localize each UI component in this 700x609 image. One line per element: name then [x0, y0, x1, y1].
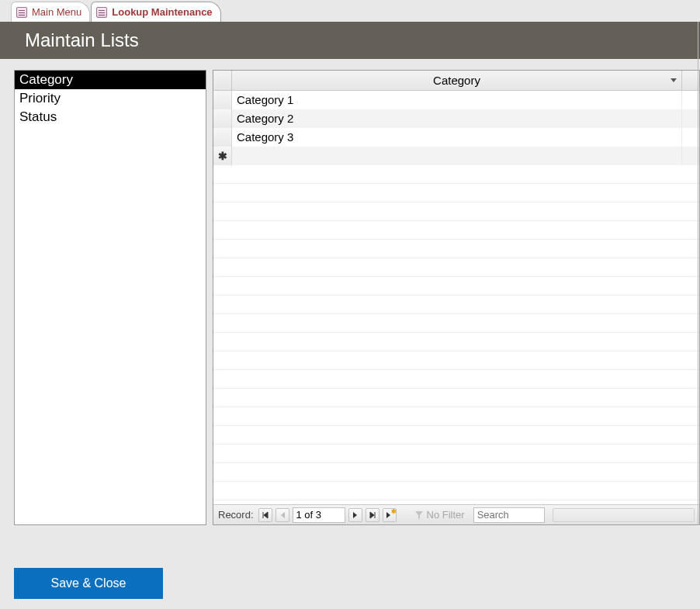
table-row[interactable]: Category 1 [213, 91, 699, 109]
cell-category[interactable]: Category 3 [232, 128, 682, 147]
nav-next-button[interactable] [348, 508, 362, 522]
divider [698, 22, 698, 525]
list-item-label: Priority [19, 91, 61, 106]
tab-lookup-maintenance[interactable]: Lookup Maintenance [91, 2, 220, 22]
grid-body[interactable]: Category 1 Category 2 Category 3 ✱ [213, 91, 699, 504]
first-icon [262, 511, 269, 519]
list-item-status[interactable]: Status [15, 108, 206, 126]
page-title: Maintain Lists [25, 29, 139, 51]
prev-icon [279, 511, 286, 519]
list-item-category[interactable]: Category [15, 71, 206, 89]
horizontal-scrollbar[interactable] [553, 508, 695, 522]
no-filter-label: No Filter [427, 509, 465, 521]
tab-bar: Main Menu Lookup Maintenance [0, 0, 700, 22]
asterisk-icon: ✱ [391, 508, 397, 515]
table-row[interactable]: Category 2 [213, 109, 699, 128]
column-header-label: Category [433, 74, 480, 87]
table-row[interactable]: Category 3 [213, 128, 699, 147]
cell-category[interactable]: Category 1 [232, 91, 682, 109]
form-icon [96, 7, 107, 18]
nav-new-button[interactable]: ✱ [383, 508, 397, 522]
grid-header-row: Category [213, 71, 699, 91]
data-grid: Category Category 1 Category 2 Category … [213, 70, 700, 525]
row-selector[interactable] [213, 109, 232, 128]
row-selector[interactable] [213, 128, 232, 147]
tab-main-menu[interactable]: Main Menu [11, 2, 90, 22]
funnel-icon [414, 510, 424, 520]
nav-first-button[interactable] [258, 508, 272, 522]
page-title-bar: Maintain Lists [0, 22, 700, 59]
tab-label: Lookup Maintenance [112, 6, 212, 18]
workspace: Category Priority Status Category Catego… [14, 70, 700, 525]
nav-last-button[interactable] [366, 508, 379, 522]
lookup-type-list[interactable]: Category Priority Status [14, 70, 206, 525]
row-selector[interactable] [213, 91, 232, 109]
search-input[interactable] [473, 507, 545, 523]
form-icon [16, 7, 27, 18]
select-all-handle[interactable] [213, 71, 232, 90]
cell-category[interactable] [232, 147, 682, 165]
next-icon [352, 511, 359, 519]
last-icon [369, 511, 376, 519]
column-header-category[interactable]: Category [232, 71, 682, 90]
new-record-row[interactable]: ✱ [213, 147, 699, 165]
cell-category[interactable]: Category 2 [232, 109, 682, 128]
tab-label: Main Menu [32, 6, 81, 18]
chevron-down-icon [671, 78, 677, 82]
filter-toggle[interactable]: No Filter [409, 507, 470, 523]
list-item-priority[interactable]: Priority [15, 89, 206, 108]
list-item-label: Status [19, 109, 57, 124]
new-record-icon: ✱ [213, 147, 232, 165]
save-and-close-button[interactable]: Save & Close [14, 568, 163, 599]
list-item-label: Category [19, 72, 73, 87]
column-spacer [682, 71, 699, 90]
button-label: Save & Close [51, 576, 126, 590]
nav-prev-button[interactable] [275, 508, 289, 522]
record-navigator: Record: ✱ No Filter [213, 504, 699, 524]
record-position-input[interactable] [293, 507, 345, 523]
record-label: Record: [218, 509, 254, 521]
